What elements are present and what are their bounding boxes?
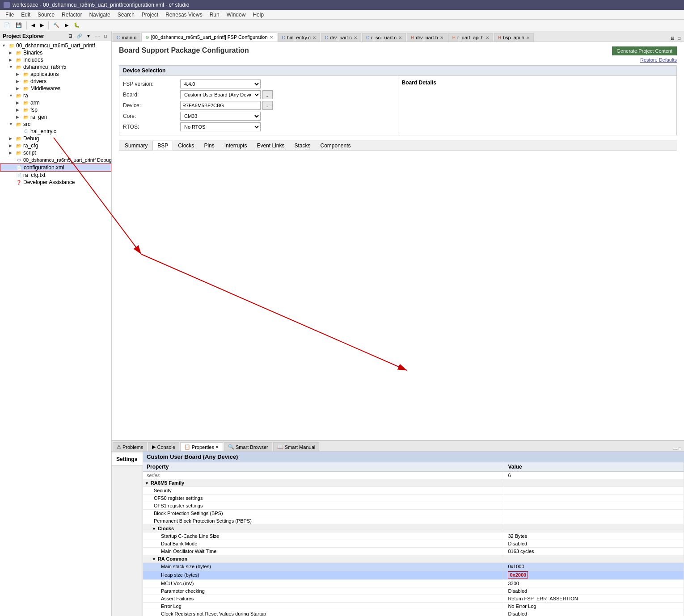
- menu-window[interactable]: Window: [223, 11, 249, 19]
- toolbar-forward[interactable]: ▶: [38, 21, 46, 29]
- expand-drivers[interactable]: ▶: [16, 79, 22, 84]
- table-row[interactable]: Block Protection Settings (BPS): [143, 510, 684, 517]
- board-browse-btn[interactable]: ...: [262, 90, 273, 99]
- maximize-panel-btn[interactable]: □: [102, 33, 109, 39]
- expand-arm[interactable]: ▶: [16, 101, 22, 105]
- generate-project-btn[interactable]: Generate Project Content: [612, 46, 677, 55]
- expand-ra-cfg[interactable]: ▶: [9, 143, 15, 148]
- restore-defaults-btn[interactable]: Restore Defaults: [640, 57, 677, 63]
- expand-fsp[interactable]: ▶: [16, 108, 22, 112]
- tree-item-middlewares[interactable]: ▶ 📂 Middlewares: [0, 85, 111, 92]
- tree-item-includes[interactable]: ▶ 📂 Includes: [0, 56, 111, 63]
- table-row[interactable]: OFS1 register settings: [143, 502, 684, 510]
- table-row[interactable]: Security: [143, 487, 684, 494]
- toolbar-save[interactable]: 💾: [13, 21, 24, 29]
- tree-item-ra-cfg-txt[interactable]: ▶ 📄 ra_cfg.txt: [0, 172, 111, 179]
- core-select[interactable]: CM33: [180, 112, 261, 121]
- expand-script[interactable]: ▶: [9, 151, 15, 155]
- toolbar-new[interactable]: 📄: [2, 21, 13, 29]
- menu-refactor[interactable]: Refactor: [58, 11, 85, 19]
- table-row[interactable]: Dual Bank ModeDisabled: [143, 540, 684, 548]
- expand-root[interactable]: ▼: [2, 43, 8, 48]
- expand-debug[interactable]: ▶: [9, 136, 15, 141]
- panel-menu-btn[interactable]: ▼: [84, 33, 93, 39]
- subtab-pins[interactable]: Pins: [199, 141, 219, 151]
- table-row[interactable]: Parameter checkingDisabled: [143, 587, 684, 595]
- expand-ra-gen[interactable]: ▶: [16, 115, 22, 119]
- tab-main-c[interactable]: C main.c: [113, 33, 140, 42]
- tab-close-drv-uart-c[interactable]: ✕: [354, 35, 357, 40]
- group-expand-arrow[interactable]: ▼: [152, 527, 156, 531]
- menu-edit[interactable]: Edit: [17, 11, 34, 19]
- table-row[interactable]: Heap size (bytes)0x2000: [143, 570, 684, 580]
- tree-item-configuration-xml[interactable]: ▶ 📄 configuration.xml: [0, 163, 111, 172]
- bottom-tab-properties[interactable]: 📋 Properties ✕: [180, 442, 223, 451]
- tree-item-debug-flat[interactable]: ▶ ⚙ 00_dshanmcu_ra6m5_uart_printf Debug_…: [0, 156, 111, 163]
- prop-item-value[interactable]: Disabled: [504, 540, 684, 548]
- table-row[interactable]: Error LogNo Error Log: [143, 603, 684, 610]
- tree-item-ra-cfg[interactable]: ▶ 📂 ra_cfg: [0, 142, 111, 149]
- prop-item-value[interactable]: [504, 494, 684, 502]
- subtab-summary[interactable]: Summary: [120, 141, 152, 151]
- device-browse-btn[interactable]: ...: [262, 101, 273, 110]
- menu-run[interactable]: Run: [206, 11, 223, 19]
- tree-item-applications[interactable]: ▶ 📂 applications: [0, 71, 111, 78]
- tree-item-ra[interactable]: ▼ 📂 ra: [0, 92, 111, 99]
- expand-ra[interactable]: ▼: [9, 93, 15, 98]
- tree-item-fsp[interactable]: ▶ 📂 fsp: [0, 106, 111, 113]
- expand-src[interactable]: ▼: [9, 122, 15, 126]
- expand-middlewares[interactable]: ▶: [16, 86, 22, 91]
- expand-includes[interactable]: ▶: [9, 58, 15, 62]
- bottom-bar-maximize[interactable]: □: [679, 446, 681, 451]
- prop-item-value[interactable]: [504, 510, 684, 517]
- tree-item-dev-assistance[interactable]: ▶ ❓ Developer Assistance: [0, 179, 111, 186]
- toolbar-build[interactable]: 🔨: [51, 21, 62, 29]
- tree-item-ra-gen[interactable]: ▶ 📂 ra_gen: [0, 113, 111, 121]
- device-input[interactable]: [180, 101, 261, 110]
- rtos-select[interactable]: No RTOS: [180, 122, 261, 131]
- subtab-components[interactable]: Components: [315, 141, 355, 151]
- prop-item-value[interactable]: No Error Log: [504, 603, 684, 610]
- bottom-tab-problems[interactable]: ⚠ Problems: [113, 442, 147, 451]
- tree-item-debug[interactable]: ▶ 📂 Debug: [0, 135, 111, 142]
- prop-item-value[interactable]: [504, 502, 684, 510]
- prop-item-value[interactable]: Disabled: [504, 587, 684, 595]
- subtab-interrupts[interactable]: Interrupts: [220, 141, 252, 151]
- tab-bsp-api-h[interactable]: H bsp_api.h ✕: [494, 33, 534, 42]
- tab-close-r-sci-uart-c[interactable]: ✕: [398, 35, 402, 40]
- prop-item-value[interactable]: Return FSP_ERR_ASSERTION: [504, 595, 684, 603]
- menu-renesas-views[interactable]: Renesas Views: [162, 11, 206, 19]
- tree-item-drivers[interactable]: ▶ 📂 drivers: [0, 78, 111, 85]
- prop-item-value[interactable]: 0x2000: [504, 570, 684, 580]
- menu-search[interactable]: Search: [114, 11, 138, 19]
- tab-close-bsp-api-h[interactable]: ✕: [526, 35, 530, 40]
- bottom-tab-smart-manual[interactable]: 📖 Smart Manual: [273, 442, 319, 451]
- prop-group-label[interactable]: ▼Clocks: [143, 525, 504, 532]
- tab-bar-menu[interactable]: ⊟: [670, 35, 675, 42]
- tab-r-uart-api-h[interactable]: H r_uart_api.h ✕: [448, 33, 493, 42]
- expand-applications[interactable]: ▶: [16, 72, 22, 76]
- tab-close-r-uart-api-h[interactable]: ✕: [486, 35, 489, 40]
- subtab-event-links[interactable]: Event Links: [252, 141, 289, 151]
- menu-project[interactable]: Project: [138, 11, 162, 19]
- subtab-clocks[interactable]: Clocks: [173, 141, 199, 151]
- toolbar-back[interactable]: ◀: [29, 21, 37, 29]
- tree-item-script[interactable]: ▶ 📂 script: [0, 149, 111, 156]
- prop-item-value[interactable]: [504, 487, 684, 494]
- menu-help[interactable]: Help: [249, 11, 267, 19]
- table-row[interactable]: OFS0 register settings: [143, 494, 684, 502]
- tree-item-root[interactable]: ▼ 📁 00_dshanmcu_ra6m5_uart_printf: [0, 42, 111, 49]
- settings-tab-item[interactable]: Settings: [112, 453, 143, 465]
- collapse-all-btn[interactable]: ⊟: [67, 33, 74, 39]
- bottom-tab-smart-browser[interactable]: 🔍 Smart Browser: [224, 442, 272, 451]
- group-expand-arrow[interactable]: ▼: [152, 557, 156, 562]
- table-row[interactable]: Startup C-Cache Line Size32 Bytes: [143, 532, 684, 540]
- table-row[interactable]: Main stack size (bytes)0x1000: [143, 563, 684, 570]
- tree-item-hal-entry[interactable]: ▶ C hal_entry.c: [0, 128, 111, 135]
- expand-dshanmcu[interactable]: ▼: [9, 65, 15, 69]
- minimize-panel-btn[interactable]: —: [93, 33, 101, 39]
- prop-item-value[interactable]: [504, 517, 684, 525]
- tree-item-src[interactable]: ▼ 📂 src: [0, 121, 111, 128]
- tab-hal-entry[interactable]: C hal_entry.c ✕: [278, 33, 320, 42]
- bottom-bar-minimize[interactable]: —: [673, 446, 678, 451]
